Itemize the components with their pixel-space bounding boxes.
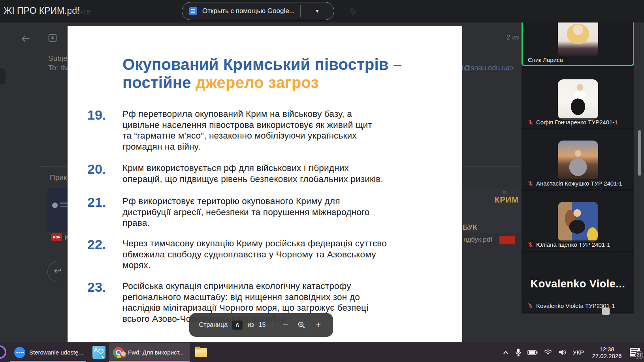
windows-taskbar: zoom Sterowanie udostę... A Fwd: Для вик… (0, 343, 644, 362)
total-pages: 15 (259, 321, 266, 328)
slide-item-number: 22. (87, 237, 119, 252)
participant-name-label: Юліана Іщенко ТУР 2401-1 (523, 240, 614, 249)
slide-title: Окупований Кримський півострів – постійн… (122, 55, 402, 92)
attachment2-title-fragment: КРИМ (495, 195, 519, 204)
zoom-magnifier-button[interactable] (295, 321, 308, 329)
zoom-participants-panel: Єпик Лариса Софія Гончаренко ТУР2401-1 (522, 3, 634, 313)
magnifier-handle-icon (102, 355, 104, 358)
tray-chevron-up-icon[interactable] (502, 349, 509, 356)
slide-title-line2-orange: джерело загроз (196, 74, 319, 91)
taskbar-button-zoom[interactable]: zoom Sterowanie udostę... (10, 343, 86, 362)
slide-item-number: 19. (87, 107, 119, 123)
pdf-page: Окупований Кримський півострів – постійн… (68, 26, 462, 342)
file-explorer-icon[interactable] (195, 348, 207, 357)
notification-center-icon[interactable]: 21 (630, 347, 641, 358)
slide-item-text: Крим використовується рф для військових … (122, 163, 435, 184)
magnifier-app-icon[interactable]: A (92, 346, 105, 359)
zoom-in-button[interactable]: + (313, 321, 323, 329)
reply-arrow-icon: ↩ (54, 265, 62, 276)
taskbar-button-label: Fwd: Для використ... (128, 349, 184, 356)
notification-count-badge: 21 (635, 351, 643, 359)
of-label: из (247, 321, 254, 328)
taskbar-app-icon-partial[interactable] (0, 345, 6, 359)
open-with-label: Открыть с помощью Google... (202, 7, 295, 15)
zoom-out-button[interactable]: − (280, 321, 290, 329)
participant-video (558, 141, 598, 181)
current-page-input[interactable]: 6 (232, 321, 243, 330)
faint-header-text: почте (70, 7, 91, 16)
taskbar-clock[interactable]: 12:38 27.02.2026 (590, 346, 624, 359)
back-arrow-icon[interactable] (21, 34, 31, 44)
participant-name: Анастасія Кожушко ТУР 2401-1 (536, 180, 622, 187)
pdf-filename: ЖІ ПРО КРИМ.pdf (4, 6, 79, 16)
to-label: To: Фа (48, 64, 70, 72)
slide-title-line1: Окупований Кримський півострів – (122, 56, 402, 73)
panel-corner-icon[interactable] (602, 308, 610, 315)
slide-title-line2-blue: постійне (122, 74, 196, 91)
participant-tile[interactable]: Софія Гончаренко ТУР2401-1 (522, 68, 634, 128)
chrome-profile-avatar (120, 351, 126, 358)
google-docs-icon (189, 7, 197, 15)
page-label: Страница (199, 321, 228, 328)
zoom-app-icon: zoom (14, 347, 25, 358)
tray-time: 12:38 (599, 346, 614, 353)
magnifier-letter: A (94, 347, 98, 353)
pdf-file-icon: PDF (51, 233, 62, 241)
attachment-pager: 2 из (507, 34, 519, 41)
muted-mic-icon (527, 119, 533, 125)
participant-name: Юліана Іщенко ТУР 2401-1 (536, 241, 610, 248)
participant-name-label: Софія Гончаренко ТУР2401-1 (523, 118, 622, 126)
sender-email-link[interactable]: nyi@snau.edu.ua> (454, 64, 514, 72)
participant-video (558, 79, 598, 120)
collapsed-side-tab (0, 68, 6, 84)
slide-item-text: Рф використовує територію окупованого Кр… (122, 196, 435, 229)
slide-item-text: Через тимчасову окупацію Криму російська… (122, 238, 435, 271)
participant-name-label: Анастасія Кожушко ТУР 2401-1 (523, 179, 626, 188)
tray-date: 27.02.2026 (592, 353, 621, 359)
participant-tile-no-video[interactable]: Kovalenko Viole... Kovalenko Violeta ТУР… (522, 252, 634, 312)
speaker-icon[interactable] (558, 349, 567, 356)
thumbnail-logo (52, 203, 58, 208)
battery-icon[interactable] (527, 350, 538, 355)
microphone-icon[interactable] (515, 348, 522, 357)
wifi-icon[interactable] (544, 349, 552, 356)
slide-item-text: Рф перетворила окупований Крим на військ… (122, 109, 435, 152)
muted-mic-icon (527, 242, 533, 248)
participant-tile[interactable]: Анастасія Кожушко ТУР 2401-1 (522, 129, 634, 189)
taskbar-button-chrome[interactable]: Fwd: Для використ... (109, 343, 190, 362)
muted-mic-icon (527, 303, 533, 309)
taskbar-button-label: Sterowanie udostę... (29, 349, 83, 356)
magnifier-lens-icon (98, 349, 104, 354)
participant-tile[interactable]: Юліана Іщенко ТУР 2401-1 (522, 191, 634, 251)
desktop-screen: ЖІ ПРО КРИМ.pdf почте Открыть с помощью … (0, 0, 644, 362)
participant-name: Єпик Лариса (528, 56, 563, 63)
slide-item-number: 21. (87, 195, 119, 210)
language-indicator[interactable]: УКР (573, 349, 584, 356)
slide-item-number: 20. (87, 161, 119, 177)
pdf-file-icon (499, 236, 515, 244)
participant-name: Софія Гончаренко ТУР2401-1 (536, 119, 618, 126)
scrollbar-thumb[interactable] (638, 130, 641, 176)
participant-video (558, 202, 598, 242)
participant-display-name: Kovalenko Viole... (522, 278, 634, 290)
sliders-icon[interactable] (349, 8, 357, 15)
toolbar-divider (273, 320, 273, 330)
attachment2-subtitle-fragment: БУК (463, 223, 477, 232)
system-tray: УКР 12:38 27.02.2026 21 (502, 343, 644, 362)
pdf-page-toolbar: Страница 6 из 15 − + (189, 313, 333, 337)
pdf-preview-header: ЖІ ПРО КРИМ.pdf почте Открыть с помощью … (0, 0, 644, 23)
slide-item-number: 23. (87, 279, 119, 295)
chevron-down-icon[interactable]: ▼ (301, 8, 334, 14)
download-icon[interactable] (47, 33, 58, 43)
open-with-google-button[interactable]: Открыть с помощью Google... ▼ (182, 2, 334, 20)
attachment2-small-text: XII (503, 190, 507, 195)
attachments-heading: Прик (50, 173, 67, 182)
muted-mic-icon (527, 180, 533, 186)
attachment2-filename: ндбук.pdf (463, 236, 492, 244)
participant-name-label: Єпик Лариса (524, 56, 567, 64)
